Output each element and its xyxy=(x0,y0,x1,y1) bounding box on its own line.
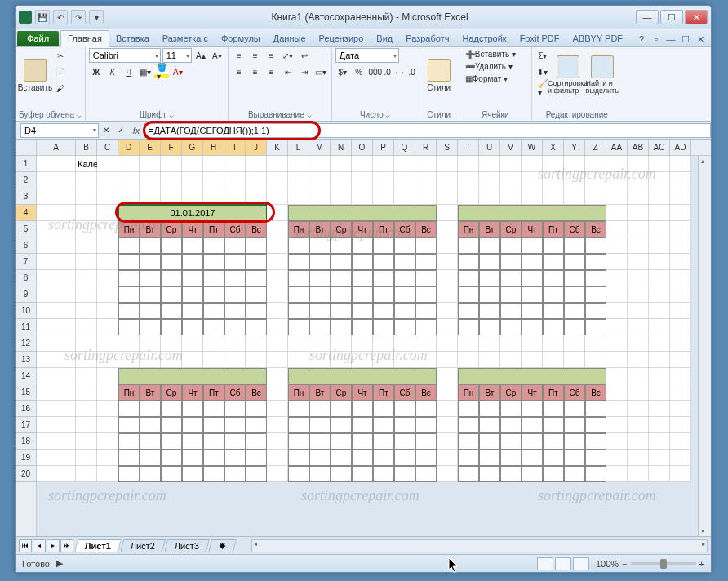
cell-X5[interactable]: Пт xyxy=(543,221,564,237)
cell-I9[interactable] xyxy=(224,286,246,303)
tab-insert[interactable]: Вставка xyxy=(109,31,156,46)
file-tab[interactable]: Файл xyxy=(17,31,59,46)
cell-R3[interactable] xyxy=(415,188,437,205)
cell-K16[interactable] xyxy=(267,401,288,417)
cell-M6[interactable] xyxy=(309,237,331,254)
align-middle-button[interactable]: ≡ xyxy=(248,48,263,63)
cell-X7[interactable] xyxy=(543,254,564,270)
cell-K20[interactable] xyxy=(267,466,288,482)
cell-L11[interactable] xyxy=(288,319,309,335)
cell-K5[interactable] xyxy=(267,221,288,237)
cell-D6[interactable] xyxy=(118,237,140,254)
cell-G13[interactable] xyxy=(182,352,203,368)
column-header-K[interactable]: K xyxy=(267,140,288,155)
column-header-N[interactable]: N xyxy=(331,140,352,155)
cell-X11[interactable] xyxy=(543,319,564,335)
column-header-AD[interactable]: AD xyxy=(670,140,691,155)
cell-F3[interactable] xyxy=(161,188,182,205)
cell-H7[interactable] xyxy=(203,254,224,270)
cell-G18[interactable] xyxy=(182,433,203,450)
percent-button[interactable]: % xyxy=(352,64,366,79)
cell-M5[interactable]: Вт xyxy=(309,221,331,237)
cell-AC15[interactable] xyxy=(649,384,670,401)
cell-P17[interactable] xyxy=(373,417,394,433)
cell-L3[interactable] xyxy=(288,188,309,205)
cell-AD18[interactable] xyxy=(670,433,691,450)
cell-Y18[interactable] xyxy=(564,433,585,450)
cell-O17[interactable] xyxy=(352,417,373,433)
row-header-13[interactable]: 13 xyxy=(16,352,36,368)
cell-M16[interactable] xyxy=(309,401,331,417)
cell-P7[interactable] xyxy=(373,254,394,270)
cell-Y2[interactable] xyxy=(564,172,585,188)
cell-J15[interactable]: Вс xyxy=(246,384,267,401)
fx-icon[interactable]: fx xyxy=(128,126,144,135)
cell-D11[interactable] xyxy=(118,319,140,335)
tab-addins[interactable]: Надстройк xyxy=(455,31,513,46)
cell-X9[interactable] xyxy=(543,286,564,303)
column-header-F[interactable]: F xyxy=(161,140,182,155)
cell-Q20[interactable] xyxy=(394,466,415,482)
cell-B14[interactable] xyxy=(76,368,97,384)
vertical-scrollbar[interactable] xyxy=(698,156,711,536)
cell-AA20[interactable] xyxy=(606,466,628,482)
cell-AB8[interactable] xyxy=(628,270,649,286)
close-button[interactable]: ✕ xyxy=(685,10,708,24)
cell-AA13[interactable] xyxy=(606,352,628,368)
cell-G9[interactable] xyxy=(182,286,203,303)
cell-AA4[interactable] xyxy=(606,205,628,221)
cell-AA7[interactable] xyxy=(606,254,628,270)
cancel-formula-button[interactable]: ✕ xyxy=(99,123,113,138)
cell-W17[interactable] xyxy=(522,417,543,433)
cell-L17[interactable] xyxy=(288,417,309,433)
column-header-V[interactable]: V xyxy=(500,140,522,155)
cell-G10[interactable] xyxy=(182,303,203,319)
cell-P2[interactable] xyxy=(373,172,394,188)
cell-K19[interactable] xyxy=(267,450,288,466)
cell-Y19[interactable] xyxy=(564,450,585,466)
cell-I2[interactable] xyxy=(224,172,246,188)
cell-W6[interactable] xyxy=(522,237,543,254)
cell-Y20[interactable] xyxy=(564,466,585,482)
cell-G15[interactable]: Чт xyxy=(182,384,203,401)
cell-AC7[interactable] xyxy=(649,254,670,270)
cell-T7[interactable] xyxy=(458,254,479,270)
cell-W5[interactable]: Чт xyxy=(522,221,543,237)
fill-color-button[interactable]: 🪣▾ xyxy=(154,64,169,79)
cell-S13[interactable] xyxy=(437,352,458,368)
cell-A13[interactable] xyxy=(37,352,76,368)
cell-AA17[interactable] xyxy=(606,417,628,433)
cell-A10[interactable] xyxy=(37,303,76,319)
cell-Z8[interactable] xyxy=(585,270,606,286)
format-cells-button[interactable]: ▦ Формат ▾ xyxy=(463,73,528,85)
horizontal-scrollbar[interactable] xyxy=(251,539,708,552)
cell-M11[interactable] xyxy=(309,319,331,335)
cell-R18[interactable] xyxy=(415,433,437,450)
cell-AC14[interactable] xyxy=(649,368,670,384)
cell-P13[interactable] xyxy=(373,352,394,368)
cell-Z1[interactable] xyxy=(585,156,606,172)
cell-I1[interactable] xyxy=(224,156,246,172)
cell-F11[interactable] xyxy=(161,319,182,335)
cell-K18[interactable] xyxy=(267,433,288,450)
cell-L5[interactable]: Пн xyxy=(288,221,309,237)
view-pagebreak-button[interactable] xyxy=(573,557,589,570)
cell-AD6[interactable] xyxy=(670,237,691,254)
cell-P19[interactable] xyxy=(373,450,394,466)
qat-save-button[interactable]: 💾 xyxy=(35,10,50,24)
cell-F10[interactable] xyxy=(161,303,182,319)
column-header-U[interactable]: U xyxy=(479,140,500,155)
cell-K14[interactable] xyxy=(267,368,288,384)
decrease-indent-button[interactable]: ⇤ xyxy=(281,64,295,79)
cell-Z7[interactable] xyxy=(585,254,606,270)
cell-N19[interactable] xyxy=(331,450,352,466)
cell-S16[interactable] xyxy=(437,401,458,417)
cell-M10[interactable] xyxy=(309,303,331,319)
macro-record-icon[interactable]: ▶ xyxy=(56,558,63,569)
cell-Y7[interactable] xyxy=(564,254,585,270)
cell-P16[interactable] xyxy=(373,401,394,417)
cell-S20[interactable] xyxy=(437,466,458,482)
tab-foxit[interactable]: Foxit PDF xyxy=(513,31,566,46)
cut-button[interactable]: ✂ xyxy=(53,48,68,63)
cell-H13[interactable] xyxy=(203,352,224,368)
